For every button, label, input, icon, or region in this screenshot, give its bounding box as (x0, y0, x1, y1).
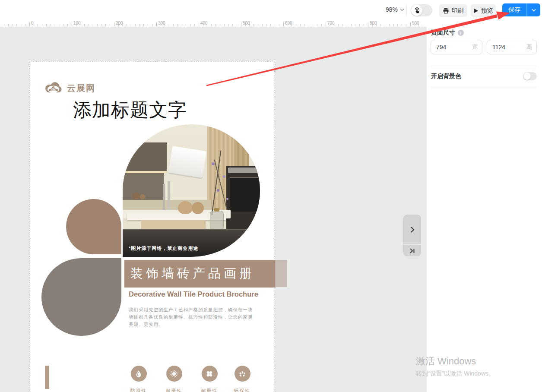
photo-decor-jar2 (140, 194, 146, 199)
photo-oven-glass (230, 177, 260, 212)
feature-label: 环保性 (225, 388, 260, 392)
height-input-wrap: 高 (487, 40, 537, 54)
image-source-caption[interactable]: *图片源于网络，禁止商业用途 (129, 245, 198, 252)
accent-bar-shape[interactable] (45, 366, 49, 389)
recycle-icon (235, 366, 250, 382)
touch-hand-icon (411, 5, 422, 16)
info-icon[interactable]: i (458, 30, 464, 36)
page-size-label: 页面尺寸 (431, 29, 455, 37)
feature-label: 防滑性 (121, 388, 156, 392)
chevron-right-icon (409, 226, 416, 233)
background-color-row: 开启背景色 (431, 72, 537, 80)
page-height-input[interactable] (487, 44, 517, 51)
title-banner[interactable]: 装饰墙砖产品画册 (124, 260, 276, 288)
zoom-level-dropdown[interactable]: 98% (386, 6, 404, 13)
feature-wear-resist-1[interactable]: 耐磨性 (157, 366, 191, 392)
bg-toggle-label: 开启背景色 (431, 73, 461, 80)
ruler-tick: 200 (114, 22, 114, 26)
next-page-button[interactable] (403, 215, 421, 244)
page-size-section: 页面尺寸 i (431, 29, 464, 37)
ruler-tick: 400 (199, 22, 199, 26)
bandage-icon (202, 366, 218, 382)
width-unit-label: 宽 (472, 43, 478, 51)
photo-blossom3 (217, 189, 219, 192)
gray-teardrop-shape[interactable] (41, 258, 121, 336)
top-toolbar: 98% 印刷 预览 保存 (0, 0, 542, 19)
editor-window: 云展网 添加标题文字 (0, 0, 542, 392)
chevron-down-icon (532, 9, 536, 12)
feature-label: 耐磨性 (192, 388, 227, 392)
last-page-button[interactable] (403, 245, 421, 256)
width-input-wrap: 宽 (431, 40, 482, 54)
page-navigation (403, 215, 421, 256)
feature-wear-resist-2[interactable]: 耐磨性 (192, 366, 227, 392)
print-button[interactable]: 印刷 (439, 4, 467, 17)
english-subtitle[interactable]: Decorative Wall Tile Product Brochure (129, 290, 258, 298)
zoom-level-value: 98% (386, 6, 398, 13)
play-icon (474, 8, 479, 13)
save-split-button: 保存 (502, 3, 540, 16)
page-title-text[interactable]: 添加标题文字 (73, 98, 187, 123)
preview-label: 预览 (481, 7, 493, 15)
photo-decor-jar1 (132, 193, 140, 199)
ruler-tick: 700 (326, 22, 326, 26)
design-canvas[interactable]: 云展网 添加标题文字 (0, 27, 427, 392)
properties-panel: 页面尺寸 i 宽 高 开启背景色 (427, 19, 542, 392)
panel-divider (431, 66, 537, 66)
photo-wood-ball1 (178, 201, 193, 214)
hand-tool-toggle[interactable] (411, 4, 432, 16)
description-text[interactable]: 我们采用先进的生产工艺和严格的质量把控，确保每一块墙砖都具备优良的耐磨性、抗污性… (129, 306, 257, 328)
banner-overflow-fragment (276, 260, 287, 287)
ruler-tick: 0 (29, 22, 30, 26)
preview-button[interactable]: 预览 (471, 4, 496, 17)
ruler-tick: 800 (368, 22, 368, 26)
photo-vase-neck (214, 208, 219, 212)
ruler-tick: 100 (72, 22, 72, 26)
bg-color-toggle[interactable] (523, 72, 537, 80)
toggle-knob (523, 73, 531, 80)
height-unit-label: 高 (526, 43, 532, 51)
photo-blossom2 (223, 175, 225, 178)
logo-text: 云展网 (67, 82, 95, 94)
page-width-input[interactable] (431, 44, 461, 51)
yunzhanwang-logo[interactable]: 云展网 (44, 82, 95, 94)
photo-flower-topleft (143, 135, 147, 139)
page-selection-marquee[interactable]: 云展网 添加标题文字 (29, 62, 275, 392)
photo-wood-ball2 (192, 202, 204, 214)
feature-anti-slip[interactable]: 防滑性 (121, 366, 156, 392)
ruler-minor-ticks (4, 24, 427, 26)
photo-cabinet-dark (123, 142, 167, 171)
water-drop-icon (131, 366, 147, 382)
banner-title-text: 装饰墙砖产品画册 (124, 265, 255, 282)
save-button[interactable]: 保存 (502, 3, 526, 16)
toolbar-divider (406, 5, 407, 16)
print-label: 印刷 (452, 7, 464, 15)
printer-icon (443, 8, 449, 14)
feature-eco[interactable]: 环保性 (225, 366, 260, 392)
cloud-network-icon (44, 82, 63, 94)
photo-blossom1 (212, 162, 215, 165)
photo-oven-handle (228, 168, 260, 173)
photo-counter-dark (123, 229, 260, 257)
photo-blossom4 (226, 198, 228, 200)
photo-utensil2 (168, 181, 170, 210)
photo-utensil1 (163, 184, 165, 210)
photo-hood (168, 146, 207, 178)
ruler-tick: 600 (283, 22, 284, 26)
chevron-right-bar-icon (409, 248, 416, 254)
panel-divider (431, 87, 537, 87)
brown-teardrop-shape[interactable] (66, 199, 121, 254)
save-dropdown-button[interactable] (526, 3, 540, 16)
feature-label: 耐磨性 (157, 388, 191, 392)
chevron-down-icon (400, 8, 404, 11)
ruler-tick: 300 (156, 22, 157, 26)
sun-icon (166, 366, 182, 382)
kitchen-photo[interactable] (123, 124, 260, 257)
horizontal-ruler: 0 100 200 300 400 500 600 700 800 900 (0, 19, 427, 27)
ruler-tick: 500 (241, 22, 241, 26)
ruler-tick: 900 (410, 22, 411, 26)
